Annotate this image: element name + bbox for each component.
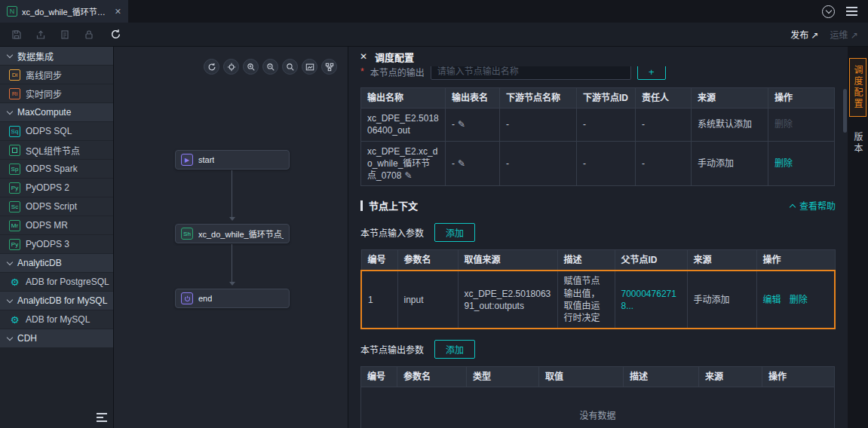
sidebar-item-adb-postgresql[interactable]: ⚙ ADB for PostgreSQL <box>0 273 113 291</box>
sidebar-item-odps-mr[interactable]: Mr ODPS MR <box>0 216 113 234</box>
item-label: ADB for MySQL <box>26 314 90 325</box>
add-output-button[interactable]: + <box>637 66 666 80</box>
sidebar-item-pyodps-2[interactable]: Py PyODPS 2 <box>0 179 113 197</box>
sidebar-group-analyticdb-mysql[interactable]: AnalyticDB for MySQL <box>0 292 113 310</box>
section-bar <box>360 200 363 211</box>
table-name: - <box>452 158 455 169</box>
tab-version[interactable]: 版本 <box>850 126 866 160</box>
delete-link[interactable]: 删除 <box>774 158 793 169</box>
save-icon[interactable] <box>10 28 23 41</box>
sidebar-group-maxcompute[interactable]: MaxCompute <box>0 103 113 121</box>
add-input-param-button[interactable]: 添加 <box>434 223 475 242</box>
no-cell: 1 <box>361 271 397 329</box>
shell-icon: Sh <box>181 228 193 240</box>
sql-component-icon <box>9 145 20 156</box>
sidebar-item-pyodps-3[interactable]: Py PyODPS 3 <box>0 235 113 253</box>
di-icon: Di <box>9 69 20 81</box>
node-end[interactable]: end <box>175 289 290 308</box>
menu-icon[interactable] <box>846 7 857 16</box>
auto-layout-button[interactable] <box>321 59 337 75</box>
node-output-field-row: * 本节点的输出 + <box>360 66 836 80</box>
sidebar-group-data-integration[interactable]: 数据集成 <box>0 47 113 65</box>
node-start[interactable]: ▶ start <box>175 150 290 170</box>
column-header: 来源 <box>699 367 762 387</box>
top-bar: N xc_do_while_循环节点_07... ✕ <box>0 0 868 23</box>
sidebar-item-adb-mysql[interactable]: ⚙ ADB for MySQL <box>0 310 113 329</box>
help-label: 查看帮助 <box>799 199 836 212</box>
parent-node-id-link[interactable]: 700004762718... <box>621 289 676 311</box>
canvas-refresh-button[interactable] <box>204 59 219 75</box>
zoom-in-button[interactable] <box>243 59 259 75</box>
output-table-cell: -✎ <box>446 141 500 186</box>
publish-link[interactable]: 发布 ↗ <box>790 28 818 41</box>
group-label: CDH <box>17 333 37 344</box>
sidebar-item-sql-component[interactable]: SQL组件节点 <box>0 141 113 159</box>
refresh-icon <box>207 63 216 72</box>
main-area: 数据集成 Di 离线同步 Ri 实时同步 MaxCompute Sq ODPS … <box>0 47 868 428</box>
input-params-label: 本节点输入参数 <box>360 226 424 239</box>
sidebar-item-odps-spark[interactable]: Sp ODPS Spark <box>0 160 113 178</box>
panel-header: ✕ 调度配置 <box>348 47 848 66</box>
collapse-panel-icon[interactable] <box>97 413 107 422</box>
delete-link: 删除 <box>774 119 793 130</box>
tab-schedule-config[interactable]: 调度配置 <box>849 58 866 117</box>
locate-button[interactable] <box>223 59 239 75</box>
search-button[interactable] <box>282 59 298 75</box>
panel-scrollbar[interactable] <box>843 89 847 133</box>
add-output-param-button[interactable]: 添加 <box>434 340 475 359</box>
source-cell: 手动添加 <box>687 271 756 329</box>
schedule-config-panel: ✕ 调度配置 * 本节点的输出 + 输出名称 输出表名 下游节点名称 下游节点I… <box>348 47 848 428</box>
node-do-while[interactable]: Sh xc_do_while_循环节点_... <box>175 224 290 243</box>
node-output-name-input[interactable] <box>431 66 631 80</box>
zoom-out-button[interactable] <box>262 59 278 75</box>
item-label: 离线同步 <box>26 69 62 81</box>
column-header: 来源 <box>687 250 756 271</box>
sidebar-item-odps-sql[interactable]: Sq ODPS SQL <box>0 122 113 140</box>
column-header: 参数名 <box>397 367 467 387</box>
mapreduce-icon: Mr <box>9 220 20 231</box>
panel-close-icon[interactable]: ✕ <box>360 51 367 62</box>
column-header: 操作 <box>756 250 835 271</box>
collapse-all-icon[interactable] <box>822 5 835 18</box>
editor-tab[interactable]: N xc_do_while_循环节点_07... ✕ <box>0 0 128 23</box>
topbar-right <box>822 0 868 23</box>
sql-icon: Sq <box>9 126 20 137</box>
tab-close-icon[interactable]: ✕ <box>115 7 121 17</box>
chevron-down-icon <box>7 296 13 302</box>
fit-view-button[interactable] <box>302 59 317 75</box>
sidebar-item-odps-script[interactable]: Sc ODPS Script <box>0 197 113 216</box>
panel-body: * 本节点的输出 + 输出名称 输出表名 下游节点名称 下游节点ID 责任人 来… <box>348 66 848 428</box>
lock-icon[interactable] <box>82 28 95 41</box>
output-name: xc_DPE_E2.xc_do_while_循环节点_0708 <box>367 146 437 181</box>
edit-icon[interactable]: ✎ <box>458 119 465 130</box>
edit-icon[interactable]: ✎ <box>404 170 412 181</box>
edit-icon[interactable]: ✎ <box>458 158 465 169</box>
value-source-cell: xc_DPE_E2.501806391_out:outputs <box>458 271 557 329</box>
action-cell: 删除 <box>768 109 835 141</box>
delete-link[interactable]: 删除 <box>790 295 808 305</box>
sidebar-group-cdh[interactable]: CDH <box>0 329 113 347</box>
column-header: 取值来源 <box>458 250 557 271</box>
highlighted-param-row: 1 input xc_DPE_E2.501806391_out:outputs … <box>361 271 835 329</box>
sidebar-item-offline-sync[interactable]: Di 离线同步 <box>0 66 113 84</box>
fit-view-icon <box>305 63 314 72</box>
group-label: MaxCompute <box>17 107 71 118</box>
flow-canvas[interactable]: ▶ start Sh xc_do_while_循环节点_... end <box>113 47 348 428</box>
ops-link[interactable]: 运维 ↗ <box>830 28 858 41</box>
parent-id-cell: 700004762718... <box>615 271 687 329</box>
source-cell: 手动添加 <box>692 141 768 186</box>
item-label: ODPS Script <box>26 201 77 212</box>
edit-link[interactable]: 编辑 <box>763 295 781 305</box>
sidebar-group-analyticdb[interactable]: AnalyticDB <box>0 254 113 272</box>
sidebar-item-realtime-sync[interactable]: Ri 实时同步 <box>0 84 113 102</box>
down-id-cell: - <box>577 109 636 141</box>
refresh-icon[interactable] <box>109 28 122 41</box>
output-params-table: 编号 参数名 类型 取值 描述 来源 操作 没有数据 <box>360 366 835 428</box>
help-toggle[interactable]: 查看帮助 <box>790 199 836 212</box>
search-icon <box>286 63 295 72</box>
owner-cell: - <box>636 109 692 141</box>
snapshot-icon[interactable] <box>58 28 71 41</box>
topbar-spacer <box>128 0 822 23</box>
submit-icon[interactable] <box>34 28 47 41</box>
node-label: xc_do_while_循环节点_... <box>198 228 284 240</box>
